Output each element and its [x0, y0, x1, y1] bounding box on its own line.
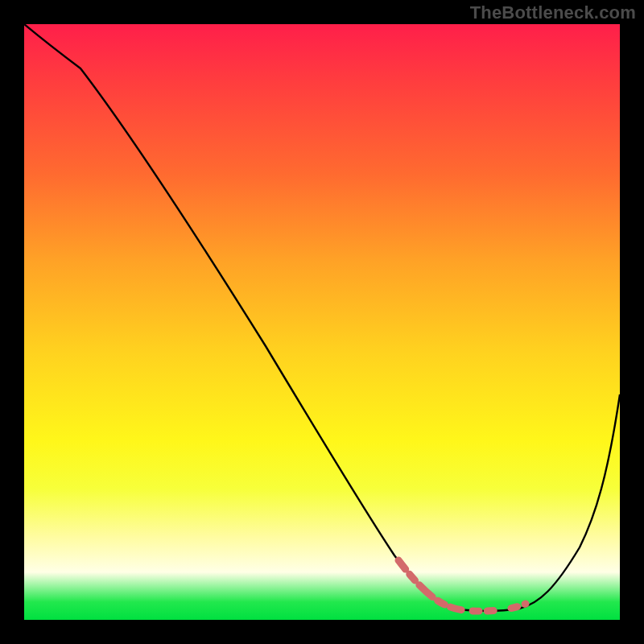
plot-area: [24, 24, 620, 620]
bottleneck-curve: [24, 24, 620, 611]
flat-segment-highlight: [398, 560, 526, 611]
chart-frame: TheBottleneck.com: [0, 0, 644, 644]
curve-svg: [24, 24, 620, 620]
watermark-text: TheBottleneck.com: [470, 2, 636, 23]
